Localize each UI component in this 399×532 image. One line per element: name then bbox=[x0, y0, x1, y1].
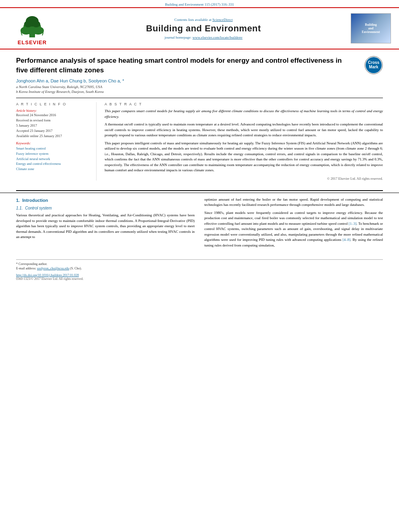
keywords-list: Smart heating control Fuzzy inference sy… bbox=[16, 146, 90, 172]
body-section: 1. Introduction 1.1. Control system Vari… bbox=[0, 193, 399, 255]
affiliation-b: b Korea Institute of Energy Research, Da… bbox=[16, 90, 383, 94]
section-1-title: 1. Introduction bbox=[16, 197, 195, 204]
body-two-col: 1. Introduction 1.1. Control system Vari… bbox=[16, 197, 383, 251]
doi-line: http://dx.doi.org/10.1016/j.buildenv.201… bbox=[16, 273, 383, 277]
keywords-label: Keywords: bbox=[16, 141, 90, 145]
body-col2-para2: Since 1980's, plant models were frequent… bbox=[204, 210, 383, 249]
abstract-para-1: This paper compares smart control models… bbox=[105, 109, 383, 119]
journal-center: Contents lists available at ScienceDirec… bbox=[56, 18, 351, 39]
svg-point-2 bbox=[21, 27, 32, 35]
history-label: Article history: bbox=[16, 109, 90, 113]
keyword-2: Artificial neural network bbox=[16, 156, 90, 162]
accepted-date: Accepted 23 January 2017 bbox=[16, 129, 90, 133]
keyword-0: Smart heating control bbox=[16, 146, 90, 151]
article-title-section: Performance analysis of space heating sm… bbox=[16, 56, 383, 75]
svg-point-5 bbox=[24, 21, 32, 27]
authors-line: Jonghoon Ahn a, Dae Hun Chung b, Soolyeo… bbox=[16, 78, 383, 83]
revised-date: 5 January 2017 bbox=[16, 123, 90, 127]
issn-line: 0360-1323/© 2017 Elsevier Ltd. All right… bbox=[16, 277, 383, 281]
ref-1-3[interactable]: [1–3] bbox=[349, 222, 357, 226]
email-line: E-mail address: soolyeon_cho@ncsu.edu (S… bbox=[16, 267, 383, 270]
sciencedirect-link[interactable]: ScienceDirect bbox=[212, 18, 232, 22]
received-date: Received 24 November 2016 bbox=[16, 113, 90, 117]
article-info-heading: A R T I C L E I N F O bbox=[16, 102, 90, 106]
journal-cover-image: Building and Environment bbox=[351, 13, 391, 43]
journal-homepage: journal homepage: www.elsevier.com/locat… bbox=[56, 35, 351, 39]
svg-point-3 bbox=[33, 27, 44, 35]
affiliation-a: a North Carolina State University, Ralei… bbox=[16, 85, 383, 89]
abstract-column: A B S T R A C T This paper compares smar… bbox=[105, 102, 383, 181]
abstract-para-3: This paper proposes intelligent controls… bbox=[105, 141, 383, 173]
doi-link[interactable]: http://dx.doi.org/10.1016/j.buildenv.201… bbox=[16, 273, 79, 277]
body-col2-para1: optimize amount of fuel entering the boi… bbox=[204, 197, 383, 208]
journal-citation-bar: Building and Environment 115 (2017) 316–… bbox=[0, 0, 399, 7]
keyword-4: Climate zone bbox=[16, 166, 90, 172]
received-revised-label: Received in revised form bbox=[16, 118, 90, 122]
article-info-column: A R T I C L E I N F O Article history: R… bbox=[16, 102, 97, 181]
journal-header: ELSEVIER Contents lists available at Sci… bbox=[0, 7, 399, 49]
footer-section: * Corresponding author. E-mail address: … bbox=[16, 259, 383, 281]
available-date: Available online 25 January 2017 bbox=[16, 134, 90, 138]
svg-text:Mark: Mark bbox=[369, 65, 378, 69]
elsevier-tree-icon bbox=[14, 11, 50, 39]
keyword-3: Energy and control effectiveness bbox=[16, 161, 90, 166]
keyword-1: Fuzzy inference system bbox=[16, 151, 90, 156]
ref-4-8[interactable]: [4–8] bbox=[343, 238, 351, 242]
abstract-para-2: A thermostat on/off control is typically… bbox=[105, 122, 383, 138]
abstract-heading: A B S T R A C T bbox=[105, 102, 383, 106]
crossmark-logo: Cross Mark bbox=[364, 56, 383, 75]
svg-point-6 bbox=[32, 21, 40, 27]
elsevier-logo-area: ELSEVIER bbox=[8, 11, 56, 45]
article-title: Performance analysis of space heating sm… bbox=[16, 56, 346, 75]
info-abstract-section: A R T I C L E I N F O Article history: R… bbox=[16, 102, 383, 181]
subsection-1-1-title: 1.1. Control system bbox=[16, 205, 195, 211]
title-divider bbox=[16, 98, 383, 98]
body-divider bbox=[16, 190, 383, 191]
article-container: Performance analysis of space heating sm… bbox=[0, 49, 399, 189]
corresponding-note: * Corresponding author. bbox=[16, 262, 383, 266]
abstract-text: This paper compares smart control models… bbox=[105, 109, 383, 173]
email-link[interactable]: soolyeon_cho@ncsu.edu bbox=[37, 267, 69, 270]
sciencedirect-line: Contents lists available at ScienceDirec… bbox=[56, 18, 351, 22]
body-right-col: optimize amount of fuel entering the boi… bbox=[204, 197, 383, 251]
elsevier-wordmark: ELSEVIER bbox=[18, 39, 47, 45]
journal-citation-text: Building and Environment 115 (2017) 316–… bbox=[165, 2, 234, 6]
body-left-col: 1. Introduction 1.1. Control system Vari… bbox=[16, 197, 195, 251]
journal-title: Building and Environment bbox=[56, 23, 351, 34]
body-col1-para1: Various theoretical and practical approa… bbox=[16, 213, 195, 240]
svg-text:Cross: Cross bbox=[368, 60, 380, 65]
copyright-line: © 2017 Elsevier Ltd. All rights reserved… bbox=[105, 177, 383, 181]
journal-url[interactable]: www.elsevier.com/locate/buildenv bbox=[193, 35, 243, 39]
